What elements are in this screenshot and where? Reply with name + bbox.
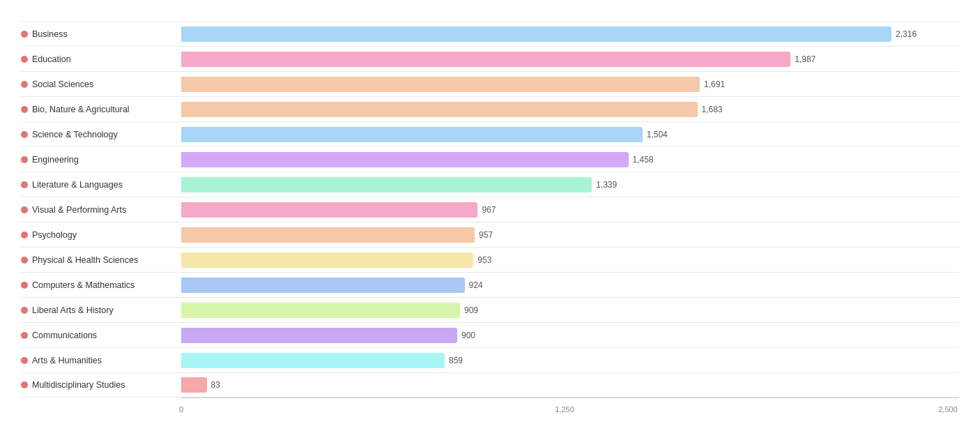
bar-container: 1,691 bbox=[181, 72, 959, 96]
bar-row: Communications900 bbox=[21, 322, 959, 347]
bar-value-label: 83 bbox=[211, 380, 220, 390]
bar-row: Bio, Nature & Agricultural1,683 bbox=[21, 96, 959, 121]
bar-row: Computers & Mathematics924 bbox=[21, 272, 959, 297]
bar-fill bbox=[181, 328, 457, 343]
bar-container: 1,683 bbox=[181, 97, 959, 121]
bar-value-label: 1,683 bbox=[702, 105, 723, 114]
bar-value-label: 1,987 bbox=[795, 54, 816, 64]
bar-dot bbox=[21, 357, 28, 364]
bar-container: 967 bbox=[181, 197, 959, 222]
bar-value-label: 957 bbox=[479, 230, 493, 240]
bar-label-text: Business bbox=[32, 29, 68, 39]
bar-dot bbox=[21, 181, 28, 188]
bar-row: Psychology957 bbox=[21, 222, 959, 247]
bar-dot bbox=[21, 131, 28, 138]
bar-label: Physical & Health Sciences bbox=[21, 255, 181, 265]
bar-value-label: 859 bbox=[449, 356, 463, 365]
bar-row: Liberal Arts & History909 bbox=[21, 297, 959, 322]
bar-dot bbox=[21, 31, 28, 38]
bar-label-text: Computers & Mathematics bbox=[32, 280, 135, 290]
bar-label: Business bbox=[21, 29, 181, 39]
bar-row: Social Sciences1,691 bbox=[21, 71, 959, 96]
bar-value-label: 900 bbox=[461, 331, 475, 340]
bar-container: 953 bbox=[181, 248, 959, 272]
bar-fill bbox=[181, 152, 629, 167]
bar-label: Psychology bbox=[21, 230, 181, 240]
bar-label-text: Bio, Nature & Agricultural bbox=[32, 105, 130, 114]
bar-value-label: 2,316 bbox=[896, 29, 917, 39]
bar-dot bbox=[21, 206, 28, 213]
bar-label-text: Social Sciences bbox=[32, 79, 93, 89]
bar-value-label: 967 bbox=[482, 205, 496, 215]
bar-fill bbox=[181, 202, 477, 218]
bar-container: 957 bbox=[181, 222, 959, 247]
x-axis-tick: 2,500 bbox=[938, 405, 958, 414]
bar-label: Multidisciplinary Studies bbox=[21, 380, 181, 390]
bar-label: Science & Technology bbox=[21, 130, 181, 139]
bar-fill bbox=[181, 102, 698, 117]
bar-dot bbox=[21, 282, 28, 289]
bar-row: Physical & Health Sciences953 bbox=[21, 247, 959, 272]
bar-dot bbox=[21, 156, 28, 163]
bar-label-text: Physical & Health Sciences bbox=[32, 255, 138, 265]
bar-dot bbox=[21, 307, 28, 314]
bar-value-label: 1,339 bbox=[596, 180, 617, 190]
bar-fill bbox=[181, 77, 700, 92]
bar-dot bbox=[21, 106, 28, 113]
bar-value-label: 1,691 bbox=[704, 79, 725, 89]
bar-label: Literature & Languages bbox=[21, 180, 181, 190]
bar-fill bbox=[181, 278, 465, 293]
bar-dot bbox=[21, 257, 28, 264]
bar-container: 1,987 bbox=[181, 47, 959, 71]
bar-label-text: Psychology bbox=[32, 230, 77, 240]
bar-label-text: Multidisciplinary Studies bbox=[32, 380, 125, 390]
bar-container: 2,316 bbox=[181, 22, 959, 46]
bar-dot bbox=[21, 232, 28, 238]
bar-label-text: Arts & Humanities bbox=[32, 356, 102, 365]
chart-area: Business2,316Education1,987Social Scienc… bbox=[21, 21, 959, 397]
bar-value-label: 1,504 bbox=[647, 130, 668, 139]
bar-fill bbox=[181, 377, 207, 393]
bar-row: Science & Technology1,504 bbox=[21, 121, 959, 146]
bar-label: Engineering bbox=[21, 155, 181, 165]
bar-fill bbox=[181, 177, 592, 192]
bar-value-label: 909 bbox=[464, 305, 478, 315]
bar-label: Bio, Nature & Agricultural bbox=[21, 105, 181, 114]
bar-fill bbox=[181, 353, 445, 368]
bar-row: Education1,987 bbox=[21, 46, 959, 71]
bar-container: 1,458 bbox=[181, 147, 959, 172]
bar-container: 83 bbox=[181, 373, 959, 397]
bar-row: Business2,316 bbox=[21, 21, 959, 46]
bar-row: Engineering1,458 bbox=[21, 146, 959, 172]
bar-label: Arts & Humanities bbox=[21, 356, 181, 365]
bar-label-text: Literature & Languages bbox=[32, 180, 123, 190]
bar-container: 1,504 bbox=[181, 122, 959, 146]
bar-label: Education bbox=[21, 54, 181, 64]
bar-value-label: 953 bbox=[477, 255, 491, 265]
bar-container: 900 bbox=[181, 323, 959, 347]
bar-row: Visual & Performing Arts967 bbox=[21, 197, 959, 222]
bar-value-label: 924 bbox=[469, 280, 483, 290]
x-axis-tick: 0 bbox=[179, 405, 183, 414]
bar-label-text: Liberal Arts & History bbox=[32, 305, 114, 315]
bar-label-text: Visual & Performing Arts bbox=[32, 205, 126, 215]
bar-label-text: Science & Technology bbox=[32, 130, 118, 139]
bar-label-text: Education bbox=[32, 54, 71, 64]
bar-label: Communications bbox=[21, 331, 181, 340]
bar-container: 924 bbox=[181, 273, 959, 297]
bar-label: Visual & Performing Arts bbox=[21, 205, 181, 215]
bar-label-text: Communications bbox=[32, 331, 97, 340]
bar-row: Arts & Humanities859 bbox=[21, 347, 959, 372]
bar-label: Liberal Arts & History bbox=[21, 305, 181, 315]
bar-value-label: 1,458 bbox=[633, 155, 654, 165]
bar-container: 859 bbox=[181, 348, 959, 372]
bar-dot bbox=[21, 381, 28, 388]
bar-fill bbox=[181, 252, 473, 268]
bar-dot bbox=[21, 56, 28, 63]
x-axis-tick: 1,250 bbox=[555, 405, 574, 414]
bar-row: Literature & Languages1,339 bbox=[21, 172, 959, 197]
bar-container: 1,339 bbox=[181, 172, 959, 197]
bar-fill bbox=[181, 26, 891, 42]
bar-label-text: Engineering bbox=[32, 155, 79, 165]
bar-label: Social Sciences bbox=[21, 79, 181, 89]
